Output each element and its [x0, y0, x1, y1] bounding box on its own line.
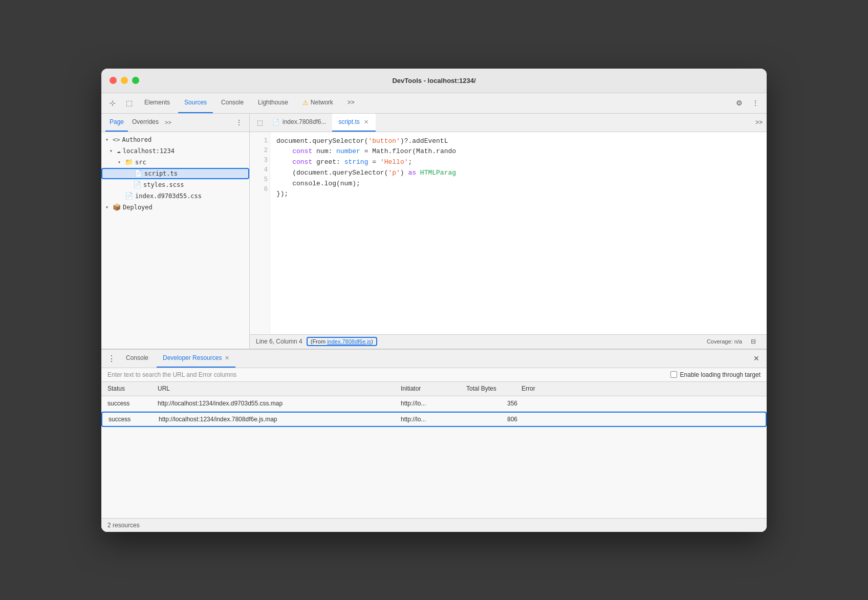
devtools-navbar: ⊹ ⬚ Elements Sources Console Lighthouse … [101, 93, 767, 114]
table-header: Status URL Initiator Total Bytes Error [101, 382, 767, 396]
tab-console[interactable]: Console [215, 93, 250, 113]
sidebar-tabs: Page Overrides >> ⋮ [101, 114, 249, 132]
js-file-icon: 📄 [272, 119, 279, 125]
box-icon: 📦 [113, 203, 121, 211]
tab-more[interactable]: >> [341, 93, 361, 113]
table-row[interactable]: success http://localhost:1234/index.7808… [101, 412, 767, 427]
bottom-tab-console[interactable]: Console [120, 350, 155, 368]
file-tree: ▾ <> Authored ▾ ☁ localhost:1234 ▾ 📁 src [101, 132, 249, 349]
enable-loading-option: Enable loading through target [670, 371, 761, 378]
typescript-file-icon: 📄 [134, 169, 142, 177]
tab-lighthouse[interactable]: Lighthouse [252, 93, 294, 113]
bottom-tab-dev-resources[interactable]: Developer Resources ✕ [157, 350, 235, 368]
url-search-input[interactable] [107, 371, 662, 378]
sidebar-tabs-more[interactable]: >> [163, 118, 173, 126]
bottom-tabs: ⋮ Console Developer Resources ✕ ✕ [101, 350, 767, 368]
source-map-indicator: (From index.7808df6e.js) [307, 337, 377, 346]
close-button[interactable] [110, 77, 117, 84]
device-icon[interactable]: ⬚ [122, 96, 136, 110]
bottom-menu-icon[interactable]: ⋮ [105, 352, 118, 365]
bottom-panel-close-icon[interactable]: ✕ [750, 352, 763, 365]
sidebar-tab-page[interactable]: Page [105, 114, 128, 132]
col-error: Error [522, 385, 761, 392]
sidebar-menu-icon[interactable]: ⋮ [233, 116, 245, 128]
code-lines[interactable]: document.querySelector('button')?.addEve… [270, 132, 767, 334]
tree-item-deployed[interactable]: ▾ 📦 Deployed [101, 202, 249, 213]
minimize-button[interactable] [121, 77, 128, 84]
search-row: Enable loading through target [101, 368, 767, 382]
status-action-icon[interactable]: ⊟ [746, 334, 761, 349]
row1-status: success [107, 400, 154, 407]
tab-sources[interactable]: Sources [178, 93, 213, 113]
code-line-5: console.log(num); [276, 179, 761, 189]
tab-network[interactable]: ⚠ Network [296, 93, 339, 113]
cloud-icon: ☁ [117, 147, 121, 155]
cursor-position: Line 6, Column 4 [256, 338, 302, 345]
sources-sidebar: Page Overrides >> ⋮ ▾ <> Authored ▾ ☁ [101, 114, 250, 349]
code-line-6: }); [276, 189, 761, 200]
row2-url: http://localhost:1234/index.7808df6e.js.… [159, 416, 397, 423]
nav-more-icon[interactable]: ⋮ [748, 96, 763, 110]
col-initiator: Initiator [401, 385, 462, 392]
editor-tab-index-js[interactable]: 📄 index.7808df6... [266, 114, 332, 132]
code-brackets-icon: <> [113, 136, 120, 143]
code-line-4: (document.querySelector('p') as HTMLPara… [276, 168, 761, 179]
code-editor: ⬚ 📄 index.7808df6... script.ts ✕ >> 1 2 … [250, 114, 767, 349]
titlebar: DevTools - localhost:1234/ [101, 69, 767, 93]
editor-statusbar: Line 6, Column 4 (From index.7808df6e.js… [250, 334, 767, 349]
code-content-area: 1 2 3 4 5 6 document.querySelector('butt… [250, 132, 767, 334]
row2-initiator: http://lo... [401, 416, 462, 423]
editor-tab-close-icon[interactable]: ✕ [363, 118, 370, 126]
inspect-icon[interactable]: ⊹ [105, 96, 120, 110]
row2-bytes: 806 [466, 416, 517, 423]
folder-icon: 📁 [125, 158, 133, 166]
devtools-window: DevTools - localhost:1234/ ⊹ ⬚ Elements … [101, 69, 767, 532]
row2-status: success [108, 416, 155, 423]
scss-file-icon: 📄 [133, 181, 141, 188]
developer-resources-panel: Enable loading through target Status URL… [101, 368, 767, 532]
row1-url: http://localhost:1234/index.d9703d55.css… [158, 400, 397, 407]
tab-elements[interactable]: Elements [138, 93, 176, 113]
bottom-panel: ⋮ Console Developer Resources ✕ ✕ Enable… [101, 349, 767, 532]
resources-footer: 2 resources [101, 518, 767, 532]
code-line-2: const num: number = Math.floor(Math.rand… [276, 146, 761, 157]
col-status: Status [107, 385, 154, 392]
window-controls [110, 77, 139, 84]
bottom-tab-close-icon[interactable]: ✕ [225, 355, 229, 361]
warning-icon: ⚠ [302, 99, 309, 106]
editor-tabs: ⬚ 📄 index.7808df6... script.ts ✕ >> [250, 114, 767, 132]
sidebar-tab-overrides[interactable]: Overrides [128, 114, 163, 132]
tree-item-authored[interactable]: ▾ <> Authored [101, 134, 249, 145]
resources-table: Status URL Initiator Total Bytes Error s… [101, 382, 767, 518]
editor-tabs-more-icon[interactable]: >> [755, 119, 763, 126]
css-file-icon: 📄 [125, 192, 133, 200]
tree-item-localhost[interactable]: ▾ ☁ localhost:1234 [101, 145, 249, 157]
tree-item-index-css[interactable]: ▾ 📄 index.d9703d55.css [101, 190, 249, 202]
editor-sidebar-toggle-icon[interactable]: ⬚ [254, 116, 266, 128]
row1-initiator: http://lo... [401, 400, 462, 407]
source-map-link[interactable]: index.7808df6e.js [327, 338, 371, 345]
row1-bytes: 356 [466, 400, 517, 407]
enable-loading-checkbox[interactable] [670, 371, 677, 378]
line-numbers: 1 2 3 4 5 6 [250, 132, 270, 334]
coverage-indicator: Coverage: n/a [707, 338, 742, 345]
code-line-3: const greet: string = 'Hello'; [276, 157, 761, 168]
col-url: URL [158, 385, 397, 392]
code-line-1: document.querySelector('button')?.addEve… [276, 136, 761, 147]
table-row[interactable]: success http://localhost:1234/index.d970… [101, 396, 767, 412]
settings-icon[interactable]: ⚙ [732, 96, 746, 110]
tree-item-src[interactable]: ▾ 📁 src [101, 157, 249, 168]
tree-item-styles-scss[interactable]: ▾ 📄 styles.scss [101, 179, 249, 190]
editor-tab-script-ts[interactable]: script.ts ✕ [332, 114, 375, 132]
maximize-button[interactable] [132, 77, 139, 84]
tree-item-script-ts[interactable]: ▾ 📄 script.ts [101, 168, 249, 179]
nav-right-actions: ⚙ ⋮ [732, 96, 763, 110]
col-total-bytes: Total Bytes [466, 385, 517, 392]
main-content-area: Page Overrides >> ⋮ ▾ <> Authored ▾ ☁ [101, 114, 767, 349]
window-title: DevTools - localhost:1234/ [392, 77, 475, 84]
